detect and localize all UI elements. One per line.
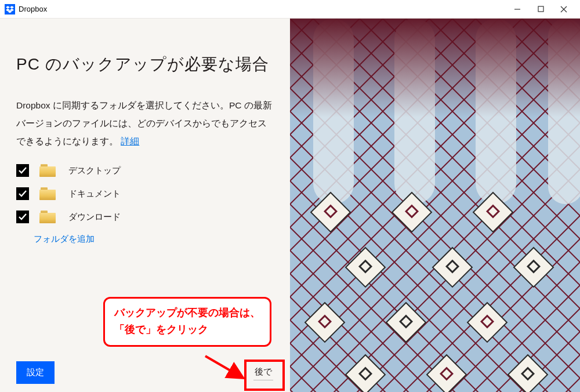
close-button[interactable] xyxy=(552,0,575,19)
titlebar: Dropbox xyxy=(0,0,580,19)
page-title: PC のバックアップが必要な場合 xyxy=(16,53,274,75)
folder-label: ドキュメント xyxy=(68,188,121,199)
folder-row-downloads[interactable]: ダウンロード xyxy=(16,210,274,223)
checkbox-icon[interactable] xyxy=(16,164,29,177)
annotation-arrow-icon xyxy=(203,354,249,383)
checkbox-icon[interactable] xyxy=(16,210,29,223)
folder-label: デスクトップ xyxy=(68,165,121,176)
maximize-button[interactable] xyxy=(529,0,552,19)
settings-button[interactable]: 設定 xyxy=(16,361,55,384)
folder-icon xyxy=(39,164,56,177)
later-button[interactable]: 後で xyxy=(253,364,273,380)
minimize-button[interactable] xyxy=(506,0,529,19)
svg-rect-1 xyxy=(538,6,543,12)
annotation-callout: バックアップが不要の場合は、 「後で」をクリック xyxy=(103,297,271,347)
illustration-panel xyxy=(290,19,580,392)
dropbox-icon xyxy=(5,4,15,14)
add-folder-link[interactable]: フォルダを追加 xyxy=(34,234,274,245)
folder-label: ダウンロード xyxy=(68,212,121,223)
svg-rect-36 xyxy=(290,19,580,117)
svg-line-5 xyxy=(205,356,241,377)
left-panel: PC のバックアップが必要な場合 Dropbox に同期するフォルダを選択してく… xyxy=(0,19,290,392)
folder-icon xyxy=(39,187,56,200)
window-title: Dropbox xyxy=(19,5,47,13)
folder-list: デスクトップ ドキュメント ダウンロード xyxy=(16,164,274,223)
checkbox-icon[interactable] xyxy=(16,187,29,200)
folder-icon xyxy=(39,210,56,223)
description: Dropbox に同期するフォルダを選択してください。PC の最新バージョンのフ… xyxy=(16,96,274,150)
details-link[interactable]: 詳細 xyxy=(121,136,139,146)
folder-row-desktop[interactable]: デスクトップ xyxy=(16,164,274,177)
folder-row-documents[interactable]: ドキュメント xyxy=(16,187,274,200)
